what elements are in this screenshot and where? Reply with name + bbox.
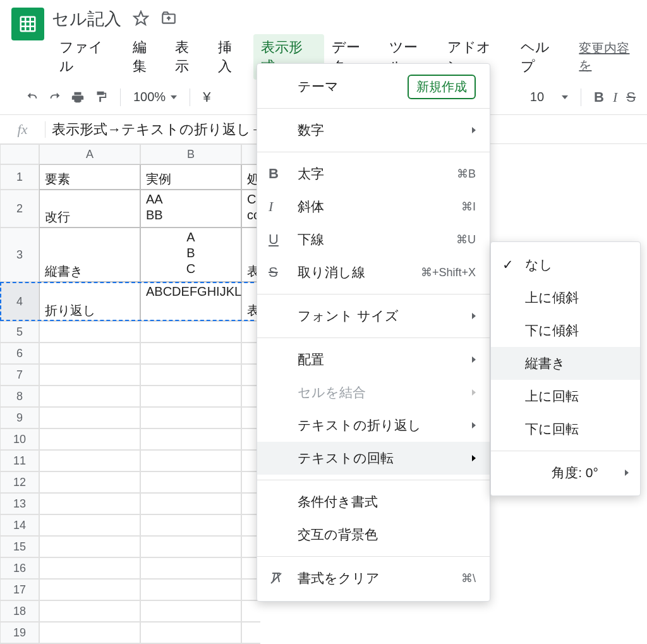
cell-A15[interactable] [39,536,140,557]
fx-icon[interactable]: fx [0,121,45,138]
zoom-select[interactable]: 100% [133,90,177,104]
paint-format-icon[interactable] [94,90,107,104]
row-header-2[interactable]: 2 [0,190,39,228]
cell-A2[interactable]: 改行 [39,190,140,228]
cell-A3[interactable]: 縦書き [39,228,140,282]
cell-B11[interactable] [140,450,241,471]
cell-B18[interactable] [140,600,241,622]
column-header-A[interactable]: A [39,144,140,164]
cell-B4[interactable]: ABCDEFGHIJKLMNOPQRSTU [140,282,241,321]
cell-A10[interactable] [39,428,140,450]
row-header-14[interactable]: 14 [0,514,39,536]
cell-B15[interactable] [140,536,241,557]
submenu-item-tilt-down[interactable]: 下に傾斜 [491,314,640,347]
cell-A14[interactable] [39,514,140,536]
bold-button[interactable]: B [594,89,604,106]
undo-icon[interactable] [25,90,39,104]
cell-B12[interactable] [140,471,241,493]
submenu-item-tilt-up[interactable]: 上に傾斜 [491,281,640,314]
menu-item-conditional[interactable]: 条件付き書式 [257,485,490,518]
cell-A11[interactable] [39,450,140,471]
strikethrough-button[interactable]: S [626,89,636,106]
move-to-drive-icon[interactable] [160,10,177,28]
row-header-11[interactable]: 11 [0,450,39,471]
cell-A13[interactable] [39,493,140,514]
star-icon[interactable] [133,10,149,28]
menu-help[interactable]: ヘルプ [513,34,572,80]
menu-view[interactable]: 表示 [167,34,210,80]
sheets-app-icon[interactable] [11,8,44,40]
cell-B1[interactable]: 実例 [140,164,241,190]
cell-A17[interactable] [39,579,140,600]
cell-B13[interactable] [140,493,241,514]
cell-A9[interactable] [39,407,140,428]
submenu-item-none[interactable]: ✓ なし [491,248,640,281]
menu-item-alternating-colors[interactable]: 交互の背景色 [257,518,490,551]
menu-item-bold[interactable]: B 太字 ⌘B [257,157,490,190]
cell-B10[interactable] [140,428,241,450]
menu-edit[interactable]: 編集 [125,34,168,80]
cell-A6[interactable] [39,343,140,364]
row-header-8[interactable]: 8 [0,386,39,407]
cell-B2[interactable]: AA BB [140,190,241,228]
row-header-4[interactable]: 4 [0,282,39,321]
cell-A8[interactable] [39,386,140,407]
cell-A19[interactable] [39,622,140,643]
menu-item-underline[interactable]: U 下線 ⌘U [257,223,490,256]
cell-A16[interactable] [39,557,140,579]
select-all-corner[interactable] [0,144,39,164]
cell-A18[interactable] [39,600,140,622]
cell-A12[interactable] [39,471,140,493]
print-icon[interactable] [71,90,85,104]
menu-item-rotate[interactable]: テキストの回転 [257,442,490,475]
cell-A4[interactable]: 折り返し [39,282,140,321]
row-header-16[interactable]: 16 [0,557,39,579]
row-header-17[interactable]: 17 [0,579,39,600]
cell-B3[interactable]: A B C [140,228,241,282]
row-header-6[interactable]: 6 [0,343,39,364]
cell-B16[interactable] [140,557,241,579]
cell-A7[interactable] [39,364,140,386]
redo-icon[interactable] [48,90,62,104]
cell-A1[interactable]: 要素 [39,164,140,190]
menu-item-number[interactable]: 数字 [257,114,490,147]
italic-button[interactable]: I [613,89,617,106]
menu-item-fontsize[interactable]: フォント サイズ [257,300,490,332]
menu-item-theme[interactable]: テーマ 新規作成 [257,70,490,103]
cell-C19[interactable] [241,622,260,643]
row-header-1[interactable]: 1 [0,164,39,190]
submenu-item-vertical[interactable]: 縦書き [491,347,640,380]
column-header-B[interactable]: B [140,144,241,164]
row-header-15[interactable]: 15 [0,536,39,557]
currency-button[interactable]: ¥ [203,89,210,106]
menu-item-italic[interactable]: I 斜体 ⌘I [257,190,490,223]
cell-A5[interactable] [39,321,140,343]
menu-item-clear-format[interactable]: 書式をクリア ⌘\ [257,562,490,595]
row-header-18[interactable]: 18 [0,600,39,622]
cell-B5[interactable] [140,321,241,343]
row-header-9[interactable]: 9 [0,407,39,428]
document-title[interactable]: セル記入 [52,8,121,30]
cell-B17[interactable] [140,579,241,600]
cell-B8[interactable] [140,386,241,407]
menu-item-wrap[interactable]: テキストの折り返し [257,409,490,442]
row-header-13[interactable]: 13 [0,493,39,514]
row-header-5[interactable]: 5 [0,321,39,343]
cell-B19[interactable] [140,622,241,643]
menu-item-align[interactable]: 配置 [257,343,490,376]
menu-item-strikethrough[interactable]: S 取り消し線 ⌘+Shift+X [257,256,490,289]
menu-history[interactable]: 変更内容を [571,36,642,78]
menu-file[interactable]: ファイル [52,34,125,80]
row-header-3[interactable]: 3 [0,228,39,282]
submenu-item-angle[interactable]: 角度: 0° [491,456,640,489]
cell-C18[interactable] [241,600,260,622]
cell-B14[interactable] [140,514,241,536]
row-header-7[interactable]: 7 [0,364,39,386]
row-header-19[interactable]: 19 [0,622,39,643]
submenu-item-rotate-up[interactable]: 上に回転 [491,380,640,413]
menu-insert[interactable]: 挿入 [210,34,253,80]
font-size-select[interactable]: 10 [530,90,568,104]
row-header-10[interactable]: 10 [0,428,39,450]
cell-B9[interactable] [140,407,241,428]
submenu-item-rotate-down[interactable]: 下に回転 [491,413,640,446]
